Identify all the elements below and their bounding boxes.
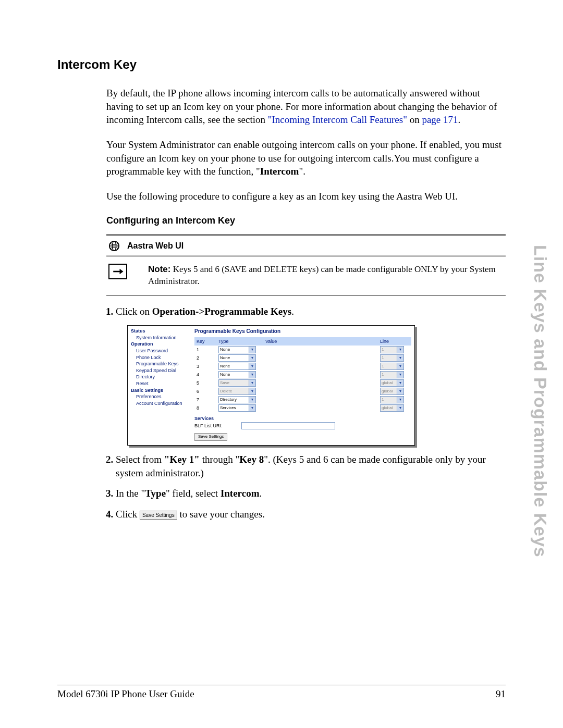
sidebar-item[interactable]: Preferences <box>131 393 189 400</box>
chevron-down-icon: ▾ <box>397 388 403 394</box>
s3c: " field, select <box>166 488 221 499</box>
note-label: Note: <box>148 264 170 274</box>
type-select[interactable]: Directory▾ <box>218 396 256 403</box>
key-number: 2 <box>194 355 218 361</box>
step-4: Click Save Settings to save your changes… <box>116 508 506 521</box>
type-select[interactable]: None▾ <box>218 363 256 370</box>
p2-text-b: ". <box>299 166 305 177</box>
save-settings-button[interactable]: Save Settings <box>194 433 227 441</box>
sidebar-item[interactable]: Phone Lock <box>131 354 189 361</box>
subheading: Configuring an Intercom Key <box>106 214 506 227</box>
type-select: Save▾ <box>218 379 256 387</box>
chevron-down-icon: ▾ <box>397 355 403 361</box>
sidebar-item[interactable]: Reset <box>131 380 189 387</box>
page-heading: Intercom Key <box>57 57 506 72</box>
ui-key-row: 7Directory▾1▾ <box>194 396 411 404</box>
key-number: 6 <box>194 388 218 394</box>
footer-title: Model 6730i IP Phone User Guide <box>57 688 194 700</box>
footer-page-number: 91 <box>496 688 506 700</box>
note-text: Note: Keys 5 and 6 (SAVE and DELETE keys… <box>148 264 504 288</box>
type-select[interactable]: None▾ <box>218 354 256 362</box>
chevron-down-icon: ▾ <box>397 380 403 386</box>
chevron-down-icon: ▾ <box>397 405 403 411</box>
hdr-type: Type <box>218 338 265 344</box>
ui-key-row: 3None▾1▾ <box>194 362 411 371</box>
link-incoming-intercom[interactable]: "Incoming Intercom Call Features" <box>268 114 407 125</box>
sidebar-cat-status: Status <box>131 328 189 335</box>
chevron-down-icon: ▾ <box>249 405 255 411</box>
chevron-down-icon: ▾ <box>397 347 403 353</box>
sidebar-item[interactable]: Directory <box>131 374 189 380</box>
arrow-right-icon <box>108 264 127 279</box>
ui-main: Programmable Keys Configuration Key Type… <box>191 326 414 445</box>
key-number: 8 <box>194 405 218 411</box>
sidebar-cat-basic: Basic Settings <box>131 387 189 394</box>
ui-key-row: 5Save▾global▾ <box>194 379 411 387</box>
ui-key-row: 8Services▾global▾ <box>194 404 411 412</box>
s3d: Intercom <box>221 488 260 499</box>
hdr-line: Line <box>380 338 411 344</box>
web-ui-screenshot: Status System Information Operation User… <box>127 325 415 446</box>
ui-key-row: 2None▾1▾ <box>194 354 411 362</box>
type-select[interactable]: None▾ <box>218 346 256 353</box>
key-number: 5 <box>194 380 218 386</box>
chevron-down-icon: ▾ <box>397 372 403 378</box>
line-select: 1▾ <box>380 354 404 362</box>
aastra-web-ui-label: Aastra Web UI <box>127 240 183 252</box>
hdr-value: Value <box>265 338 380 344</box>
line-select: 1▾ <box>380 346 404 353</box>
type-select: Delete▾ <box>218 388 256 395</box>
chevron-down-icon: ▾ <box>249 372 255 378</box>
side-tab-label: Line Keys and Programmable Keys <box>530 245 550 558</box>
chevron-down-icon: ▾ <box>249 355 255 361</box>
s2c: through " <box>200 454 239 465</box>
blf-uri-input[interactable] <box>241 422 335 429</box>
sidebar-item[interactable]: Account Configuration <box>131 400 189 407</box>
line-select: 1▾ <box>380 396 404 403</box>
page-footer: Model 6730i IP Phone User Guide 91 <box>57 685 506 700</box>
hdr-key: Key <box>194 338 218 344</box>
sidebar-item[interactable]: Keypad Speed Dial <box>131 367 189 374</box>
sidebar-cat-operation: Operation <box>131 341 189 348</box>
key-number: 4 <box>194 372 218 378</box>
p1-text-c: . <box>458 114 461 125</box>
p2-bold: Intercom <box>260 166 299 177</box>
key-number: 7 <box>194 397 218 403</box>
step-3: In the "Type" field, select Intercom. <box>116 487 506 500</box>
note-body: Keys 5 and 6 (SAVE and DELETE keys) can … <box>148 264 496 286</box>
s2d: Key 8 <box>239 454 264 465</box>
type-select[interactable]: Services▾ <box>218 404 256 412</box>
blf-label: BLF List URI: <box>194 423 241 429</box>
step1-a: Click on <box>116 306 152 317</box>
ui-panel-title: Programmable Keys Configuration <box>194 328 411 335</box>
key-number: 3 <box>194 363 218 369</box>
ui-table-header: Key Type Value Line <box>194 337 411 346</box>
ui-sidebar: Status System Information Operation User… <box>128 326 191 445</box>
step1-b: Operation->Programmable Keys <box>152 306 291 317</box>
s4b: to save your changes. <box>177 509 265 520</box>
line-select: 1▾ <box>380 371 404 378</box>
sidebar-item-sysinfo[interactable]: System Information <box>131 335 189 341</box>
step1-c: . <box>291 306 294 317</box>
sidebar-item[interactable]: User Password <box>131 348 189 354</box>
s2b: "Key 1" <box>164 454 200 465</box>
ui-key-row: 4None▾1▾ <box>194 371 411 379</box>
chevron-down-icon: ▾ <box>249 363 255 369</box>
svg-marker-4 <box>120 269 124 275</box>
p1-text-b: on <box>407 114 422 125</box>
rule <box>106 295 506 295</box>
inline-save-settings-button[interactable]: Save Settings <box>140 511 177 520</box>
chevron-down-icon: ▾ <box>249 388 255 394</box>
ui-services-label: Services <box>194 415 411 422</box>
ui-key-row: 1None▾1▾ <box>194 346 411 354</box>
sidebar-item[interactable]: Programmable Keys <box>131 361 189 367</box>
chevron-down-icon: ▾ <box>397 397 403 403</box>
line-select: 1▾ <box>380 363 404 370</box>
link-page-171[interactable]: page 171 <box>422 114 458 125</box>
key-number: 1 <box>194 347 218 353</box>
step-1: Click on Operation->Programmable Keys. S… <box>116 305 506 446</box>
globe-icon <box>108 240 120 252</box>
step-2: Select from "Key 1" through "Key 8". (Ke… <box>116 453 506 479</box>
type-select[interactable]: None▾ <box>218 371 256 378</box>
chevron-down-icon: ▾ <box>249 347 255 353</box>
